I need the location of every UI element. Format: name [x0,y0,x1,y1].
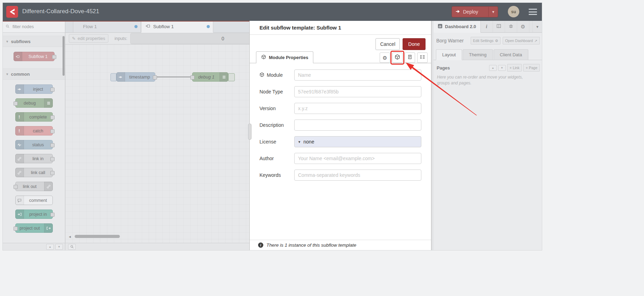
input-port [14,185,18,189]
palette-collapse-down-button[interactable]: ▾ [55,244,63,250]
tab-info[interactable]: i [481,21,493,32]
link-icon [15,168,24,177]
move-down-button[interactable]: ▾ [498,65,506,71]
palette-category-common[interactable]: ▾ common [3,68,65,80]
tab-layout[interactable]: Layout [436,49,462,60]
tab-client-data[interactable]: Client Data [494,49,528,60]
dialog-buttons: Cancel Done [375,38,426,50]
palette-node-link-out[interactable]: link out [15,182,53,191]
description-input[interactable] [294,120,421,131]
pages-header-row: Pages ▴ ▾ + Link + Page [437,64,540,72]
palette-node-project-in[interactable]: project in [15,209,53,219]
output-port [50,129,55,133]
tab-dashboard-2[interactable]: Dashboard 2.0 [434,21,481,33]
inputs-label: inputs: [115,36,127,41]
pages-help-text: Here you can re-order and move your widg… [437,74,536,87]
status-icon [15,140,24,149]
output-port [50,88,55,92]
horizontal-scrollbar[interactable] [75,235,120,238]
debug-toggle-button[interactable] [228,73,235,81]
dashboard-name: Borg Warner [436,38,469,43]
edit-settings-button[interactable]: Edit Settings ⚙ [471,37,501,44]
sidebar-tab-bar: Dashboard 2.0 i ⚙ ▾ [434,21,542,33]
input-port [14,227,18,231]
node-settings-button[interactable]: ⚙ [380,52,390,63]
inject-trigger-button[interactable] [110,73,116,81]
link-icon [15,154,24,163]
palette-node-catch[interactable]: ! catch [15,126,53,135]
palette-node-complete[interactable]: ! complete [15,112,53,122]
gear-icon: ⚙ [495,39,498,43]
palette-node-project-out[interactable]: project out [15,223,53,233]
link-icon [44,182,53,191]
unsaved-changes-dot [207,25,210,28]
right-sidebar: Dashboard 2.0 i ⚙ ▾ Borg Warner Edit Set… [434,21,542,250]
user-avatar[interactable]: su [508,6,519,17]
tab-subflow-1[interactable]: Subflow 1 [141,21,213,33]
node-palette: ▾ subflows Subflow 1 ▾ common inject [3,21,65,250]
form-row-description: Description [259,120,421,131]
inject-icon [15,84,24,94]
form-row-node-type: Node Type [259,86,421,97]
tab-help[interactable] [493,21,505,32]
pencil-icon: ✎ [72,36,75,41]
palette-collapse-up-button[interactable]: ▴ [46,244,54,250]
palette-node-comment[interactable]: comment [15,196,53,205]
add-page-button[interactable]: + Page [523,64,540,72]
version-input[interactable] [294,103,421,114]
external-link-icon: ↗ [534,39,537,43]
zoom-search-button[interactable] [68,244,76,250]
open-dashboard-button[interactable]: Open Dashboard ↗ [503,37,540,44]
description-button[interactable] [405,52,415,63]
add-link-button[interactable]: + Link [507,64,522,72]
node-type-input[interactable] [294,86,421,97]
appearance-button[interactable] [417,52,428,63]
done-button[interactable]: Done [403,38,426,50]
move-up-button[interactable]: ▴ [489,65,497,71]
info-icon: i [258,242,263,248]
deploy-button[interactable]: Deploy ▾ [452,6,498,17]
deploy-options-caret-icon[interactable]: ▾ [488,7,498,17]
tab-module-properties[interactable]: Module Properties [256,51,313,63]
palette-scrollbar[interactable] [63,36,65,76]
subflow-icon [146,24,150,30]
palette-category-subflows[interactable]: ▾ subflows [3,36,65,47]
chevron-down-icon: ▾ [6,72,8,76]
project-in-icon [15,209,24,219]
cancel-button[interactable]: Cancel [375,38,400,50]
cube-icon [259,72,264,78]
keywords-input[interactable] [294,170,421,181]
tab-theming[interactable]: Theming [463,49,493,60]
bar-chart-icon [438,24,443,30]
debug-icon [44,98,53,108]
palette-node-subflow-1[interactable]: Subflow 1 [14,52,55,61]
palette-node-debug[interactable]: debug [15,98,53,108]
sidebar-tabs-caret-icon[interactable]: ▾ [532,21,542,32]
palette-search[interactable] [3,21,65,33]
output-port [50,171,55,175]
tab-config-nodes[interactable]: ⚙ [517,21,529,32]
author-input[interactable] [294,153,421,164]
tab-flow-1[interactable]: Flow 1 [73,21,141,32]
palette-node-status[interactable]: status [15,140,53,149]
main-menu-icon[interactable] [529,9,537,15]
node-timestamp[interactable]: timestamp [116,72,155,82]
inject-icon [116,72,125,82]
tab-debug[interactable] [505,21,517,32]
license-select[interactable]: ▾ none [294,136,421,147]
workspace-top-accent-line [3,21,249,22]
dialog-footer: i There is 1 instance of this subflow te… [250,240,431,250]
scroll-left-icon[interactable]: ◂ [69,234,71,239]
edit-properties-button[interactable]: ✎ edit properties [69,34,108,43]
node-debug-1[interactable]: debug 1 [192,72,228,82]
palette-node-link-call[interactable]: link call [15,168,53,177]
edit-subflow-dialog: Edit subflow template: Subflow 1 Cancel … [249,21,431,250]
palette-node-link-in[interactable]: link in [15,154,53,163]
palette-search-input[interactable] [12,24,69,30]
module-name-input[interactable] [294,69,421,81]
workspace-title: Different-Collared-Dove-4521 [22,8,99,15]
dialog-title: Edit subflow template: Subflow 1 [250,21,431,35]
palette-node-inject[interactable]: inject [15,84,53,94]
module-properties-button[interactable] [392,52,403,63]
project-out-icon [44,223,53,233]
